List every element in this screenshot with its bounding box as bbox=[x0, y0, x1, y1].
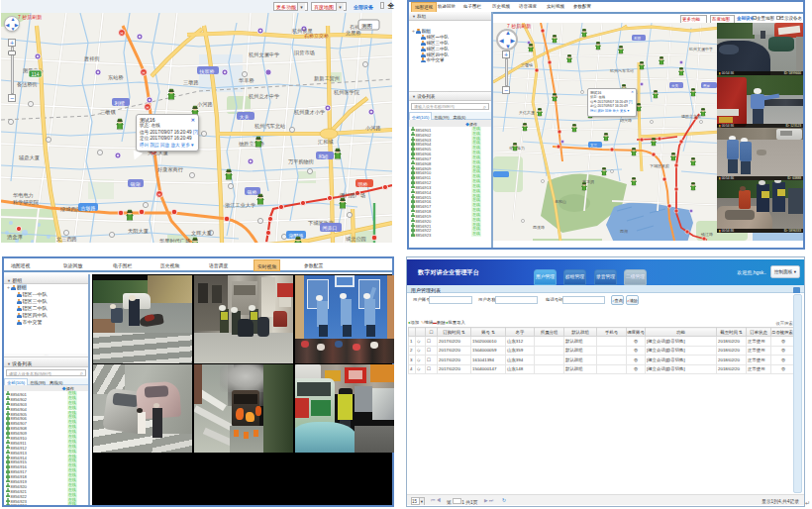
svg-text:杭州意才中学: 杭州意才中学 bbox=[248, 93, 279, 100]
svg-text:西湖: 西湖 bbox=[620, 229, 628, 234]
svg-text:H: H bbox=[143, 70, 146, 75]
svg-text:洒金潭: 洒金潭 bbox=[7, 234, 23, 241]
svg-text:好康家商行: 好康家商行 bbox=[157, 166, 184, 173]
svg-text:下城区政府: 下城区政府 bbox=[650, 163, 669, 168]
svg-text:城北公园: 城北公园 bbox=[345, 236, 366, 243]
svg-text:杭州汽车北站: 杭州汽车北站 bbox=[254, 123, 286, 130]
svg-text:华星时代广场: 华星时代广场 bbox=[159, 238, 190, 243]
svg-text:北星桥: 北星桥 bbox=[345, 30, 361, 37]
svg-text:万平购物街: 万平购物街 bbox=[288, 158, 314, 165]
svg-text:利楷: 利楷 bbox=[115, 100, 126, 107]
svg-text:老和山: 老和山 bbox=[555, 199, 566, 204]
svg-text:文三: 文三 bbox=[590, 143, 598, 148]
svg-text:文晖大厦: 文晖大厦 bbox=[191, 230, 213, 237]
svg-text:H: H bbox=[121, 31, 124, 36]
svg-text:辅鼎大厦: 辅鼎大厦 bbox=[19, 154, 41, 161]
svg-text:杭州文澜中学: 杭州文澜中学 bbox=[688, 47, 713, 51]
svg-text:东站桥: 东站桥 bbox=[108, 74, 124, 81]
svg-text:绍兴路: 绍兴路 bbox=[620, 118, 632, 123]
svg-text:新新工贸州: 新新工贸州 bbox=[314, 75, 340, 81]
svg-text:焦家: 焦家 bbox=[703, 84, 711, 88]
svg-text:华电电力: 华电电力 bbox=[13, 192, 34, 198]
svg-text:汇和城: 汇和城 bbox=[318, 139, 334, 146]
svg-text:114: 114 bbox=[32, 71, 40, 77]
svg-text:杭州医学院: 杭州医学院 bbox=[333, 89, 360, 96]
svg-text:唐祥街: 唐祥街 bbox=[84, 55, 100, 62]
svg-text:和睦: 和睦 bbox=[319, 153, 329, 159]
svg-text:浙江工业大学: 浙江工业大学 bbox=[225, 202, 255, 209]
svg-text:大关: 大关 bbox=[671, 83, 679, 88]
svg-text:杭州康才小学: 杭州康才小学 bbox=[293, 109, 325, 116]
svg-text:古翠: 古翠 bbox=[555, 173, 562, 177]
svg-text:小河路: 小河路 bbox=[197, 101, 213, 108]
svg-text:H: H bbox=[158, 192, 161, 197]
svg-text:华丰桥: 华丰桥 bbox=[239, 77, 254, 83]
svg-text:三墩镇: 三墩镇 bbox=[100, 109, 116, 116]
svg-text:古墩路: 古墩路 bbox=[81, 205, 96, 212]
svg-text:杭州汽车北站: 杭州汽车北站 bbox=[609, 68, 634, 73]
svg-text:备法桥街: 备法桥街 bbox=[17, 81, 38, 88]
svg-text:银桥: 银桥 bbox=[248, 189, 257, 195]
svg-text:西溪路: 西溪路 bbox=[533, 225, 545, 230]
svg-text:旧货市场: 旧货市场 bbox=[294, 50, 315, 56]
svg-text:钱江路: 钱江路 bbox=[700, 232, 713, 237]
svg-text:三墩路: 三墩路 bbox=[183, 79, 199, 86]
svg-text:文三西路: 文三西路 bbox=[56, 236, 77, 243]
svg-text:石桥立交桥: 石桥立交桥 bbox=[304, 33, 329, 40]
svg-text:科学研究院: 科学研究院 bbox=[13, 199, 40, 206]
svg-text:德胜立交桥: 德胜立交桥 bbox=[681, 114, 702, 119]
svg-text:闸弄口: 闸弄口 bbox=[323, 225, 338, 232]
svg-text:天阳大厦: 天阳大厦 bbox=[128, 228, 150, 235]
svg-text:测图: 测图 bbox=[361, 23, 372, 30]
svg-text:银湖: 银湖 bbox=[131, 181, 141, 187]
svg-text:小河路: 小河路 bbox=[365, 125, 381, 132]
svg-text:明桥: 明桥 bbox=[358, 181, 368, 187]
svg-text:杭州文澜中学: 杭州文澜中学 bbox=[248, 51, 279, 58]
svg-text:H: H bbox=[147, 105, 150, 110]
svg-text:大关: 大关 bbox=[240, 114, 250, 120]
svg-text:扶宸桥: 扶宸桥 bbox=[199, 68, 215, 74]
svg-text:石祥: 石祥 bbox=[634, 36, 642, 41]
